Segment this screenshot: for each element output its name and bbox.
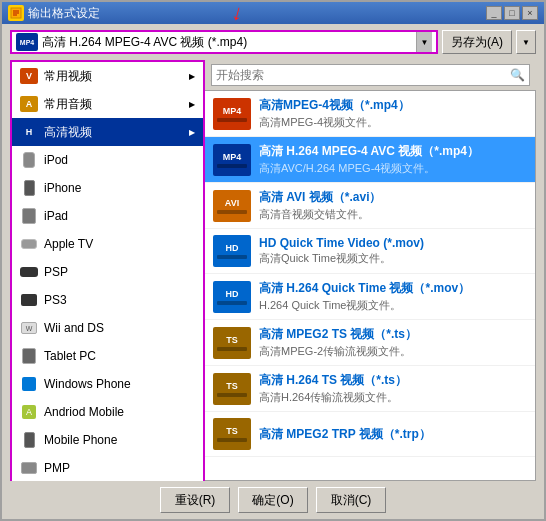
category-item-wii[interactable]: WWii and DS bbox=[12, 314, 203, 342]
format-item-info: 高清 H.264 MPEG-4 AVC 视频（*.mp4） 高清AVC/H.26… bbox=[259, 143, 527, 176]
format-item-desc: 高清AVC/H.264 MPEG-4视频文件。 bbox=[259, 161, 527, 176]
format-item-info: 高清 MPEG2 TS 视频（*.ts） 高清MPEG-2传输流视频文件。 bbox=[259, 326, 527, 359]
category-item-common-video[interactable]: V 常用视频 bbox=[12, 62, 203, 90]
category-label: Mobile Phone bbox=[44, 433, 117, 447]
psp-icon bbox=[20, 264, 38, 280]
format-dropdown-icon: MP4 bbox=[16, 33, 38, 51]
category-label: Windows Phone bbox=[44, 377, 131, 391]
category-label: 常用视频 bbox=[44, 68, 92, 85]
hd-video-icon: H bbox=[20, 124, 38, 140]
mov-hd-format-icon: HD bbox=[213, 235, 251, 267]
bottom-bar: 重设(R)确定(O)取消(C) bbox=[2, 481, 544, 519]
format-item-h264-ts[interactable]: TS 高清 H.264 TS 视频（*.ts） 高清H.264传输流视频文件。 bbox=[205, 366, 535, 412]
format-item-name: 高清MPEG-4视频（*.mp4） bbox=[259, 97, 527, 114]
format-list: MP4 高清MPEG-4视频（*.mp4） 高清MPEG-4视频文件。 MP4 … bbox=[205, 90, 536, 481]
format-item-info: 高清 AVI 视频（*.avi） 高清音视频交错文件。 bbox=[259, 189, 527, 222]
mobile-icon bbox=[20, 432, 38, 448]
category-item-common-audio[interactable]: A 常用音频 bbox=[12, 90, 203, 118]
format-item-name: 高清 H.264 Quick Time 视频（*.mov） bbox=[259, 280, 527, 297]
window-title: 输出格式设定 bbox=[28, 5, 486, 22]
format-item-hd-avi[interactable]: AVI 高清 AVI 视频（*.avi） 高清音视频交错文件。 bbox=[205, 183, 535, 229]
format-item-desc: 高清音视频交错文件。 bbox=[259, 207, 527, 222]
right-section: 🔍 MP4 高清MPEG-4视频（*.mp4） 高清MPEG-4视频文件。 MP… bbox=[205, 60, 536, 481]
category-item-tablet[interactable]: Tablet PC bbox=[12, 342, 203, 370]
mp4-format-icon: MP4 bbox=[213, 98, 251, 130]
format-item-name: 高清 H.264 TS 视频（*.ts） bbox=[259, 372, 527, 389]
format-item-desc: 高清MPEG-4视频文件。 bbox=[259, 115, 527, 130]
format-item-info: 高清 MPEG2 TRP 视频（*.trp） bbox=[259, 426, 527, 443]
category-label: iPhone bbox=[44, 181, 81, 195]
format-item-name: HD Quick Time Video (*.mov) bbox=[259, 236, 527, 250]
category-label: iPad bbox=[44, 209, 68, 223]
format-item-name: 高清 MPEG2 TS 视频（*.ts） bbox=[259, 326, 527, 343]
category-label: iPod bbox=[44, 153, 68, 167]
windows-phone-icon bbox=[20, 376, 38, 392]
search-bar: 🔍 bbox=[205, 60, 536, 90]
format-item-trp[interactable]: TS 高清 MPEG2 TRP 视频（*.trp） bbox=[205, 412, 535, 457]
main-window: 输出格式设定 _ □ × ↓ MP4 高清 H.264 MPEG-4 AVC 视… bbox=[0, 0, 546, 521]
wii-icon: W bbox=[20, 320, 38, 336]
category-label: Andriod Mobile bbox=[44, 405, 124, 419]
h264ts-format-icon: TS bbox=[213, 373, 251, 405]
category-item-apple-tv[interactable]: Apple TV bbox=[12, 230, 203, 258]
ipad-icon bbox=[20, 208, 38, 224]
category-label: PMP bbox=[44, 461, 70, 475]
category-label: 高清视频 bbox=[44, 124, 92, 141]
format-item-hd-mp4[interactable]: MP4 高清MPEG-4视频（*.mp4） 高清MPEG-4视频文件。 bbox=[205, 91, 535, 137]
format-item-h264-mov[interactable]: HD 高清 H.264 Quick Time 视频（*.mov） H.264 Q… bbox=[205, 274, 535, 320]
confirm-button[interactable]: 确定(O) bbox=[238, 487, 308, 513]
category-item-windows-phone[interactable]: Windows Phone bbox=[12, 370, 203, 398]
category-item-ps3[interactable]: PS3 bbox=[12, 286, 203, 314]
search-input[interactable] bbox=[216, 68, 510, 82]
format-item-name: 高清 H.264 MPEG-4 AVC 视频（*.mp4） bbox=[259, 143, 527, 160]
mov-format-icon: HD bbox=[213, 281, 251, 313]
cancel-button[interactable]: 取消(C) bbox=[316, 487, 386, 513]
format-item-desc: H.264 Quick Time视频文件。 bbox=[259, 298, 527, 313]
format-item-info: HD Quick Time Video (*.mov) 高清Quick Time… bbox=[259, 236, 527, 266]
category-label: PS3 bbox=[44, 293, 67, 307]
category-label: 常用音频 bbox=[44, 96, 92, 113]
format-item-hd-ts[interactable]: TS 高清 MPEG2 TS 视频（*.ts） 高清MPEG-2传输流视频文件。 bbox=[205, 320, 535, 366]
minimize-button[interactable]: _ bbox=[486, 6, 502, 20]
category-item-iphone[interactable]: iPhone bbox=[12, 174, 203, 202]
trp-format-icon: TS bbox=[213, 418, 251, 450]
format-item-desc: 高清Quick Time视频文件。 bbox=[259, 251, 527, 266]
category-item-ipad[interactable]: iPad bbox=[12, 202, 203, 230]
ts-format-icon: TS bbox=[213, 327, 251, 359]
save-as-dropdown-arrow[interactable]: ▼ bbox=[516, 30, 536, 54]
format-dropdown[interactable]: MP4 高清 H.264 MPEG-4 AVC 视频 (*.mp4) ▼ bbox=[10, 30, 438, 54]
format-item-info: 高清MPEG-4视频（*.mp4） 高清MPEG-4视频文件。 bbox=[259, 97, 527, 130]
ipod-icon bbox=[20, 152, 38, 168]
format-dropdown-text: 高清 H.264 MPEG-4 AVC 视频 (*.mp4) bbox=[42, 34, 416, 51]
format-item-hd-h264-mp4[interactable]: MP4 高清 H.264 MPEG-4 AVC 视频（*.mp4） 高清AVC/… bbox=[205, 137, 535, 183]
category-list: V 常用视频 A 常用音频 H 高清视频iPodiPhoneiPadApple … bbox=[10, 60, 205, 481]
reset-button[interactable]: 重设(R) bbox=[160, 487, 230, 513]
close-button[interactable]: × bbox=[522, 6, 538, 20]
save-as-button[interactable]: 另存为(A) bbox=[442, 30, 512, 54]
maximize-button[interactable]: □ bbox=[504, 6, 520, 20]
format-item-name: 高清 MPEG2 TRP 视频（*.trp） bbox=[259, 426, 527, 443]
format-item-desc: 高清MPEG-2传输流视频文件。 bbox=[259, 344, 527, 359]
pmp-icon bbox=[20, 460, 38, 476]
category-label: Tablet PC bbox=[44, 349, 96, 363]
format-item-info: 高清 H.264 TS 视频（*.ts） 高清H.264传输流视频文件。 bbox=[259, 372, 527, 405]
category-item-android[interactable]: AAndriod Mobile bbox=[12, 398, 203, 426]
common-audio-icon: A bbox=[20, 96, 38, 112]
category-item-ipod[interactable]: iPod bbox=[12, 146, 203, 174]
search-container[interactable]: 🔍 bbox=[211, 64, 530, 86]
format-dropdown-arrow[interactable]: ▼ bbox=[416, 32, 432, 52]
search-icon: 🔍 bbox=[510, 68, 525, 82]
toolbar: ↓ MP4 高清 H.264 MPEG-4 AVC 视频 (*.mp4) ▼ 另… bbox=[2, 24, 544, 60]
category-item-hd-video[interactable]: H 高清视频 bbox=[12, 118, 203, 146]
category-item-psp[interactable]: PSP bbox=[12, 258, 203, 286]
format-item-hd-mov[interactable]: HD HD Quick Time Video (*.mov) 高清Quick T… bbox=[205, 229, 535, 274]
apple-tv-icon bbox=[20, 236, 38, 252]
title-bar: 输出格式设定 _ □ × bbox=[2, 2, 544, 24]
category-item-pmp[interactable]: PMP bbox=[12, 454, 203, 481]
category-item-mobile[interactable]: Mobile Phone bbox=[12, 426, 203, 454]
category-label: PSP bbox=[44, 265, 68, 279]
window-controls: _ □ × bbox=[486, 6, 538, 20]
window-icon bbox=[8, 5, 24, 21]
ps3-icon bbox=[20, 292, 38, 308]
android-icon: A bbox=[20, 404, 38, 420]
